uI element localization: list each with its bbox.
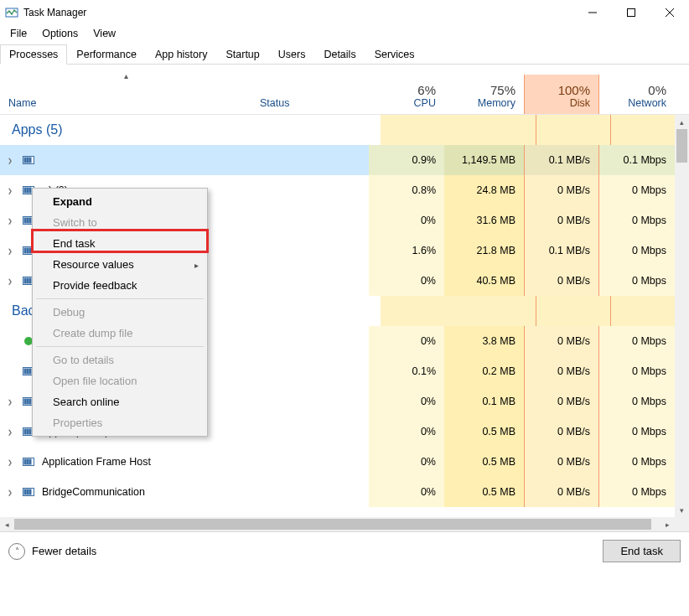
- tab-services[interactable]: Services: [365, 44, 424, 65]
- expander-icon[interactable]: ❯: [7, 458, 13, 465]
- header-cpu[interactable]: 6% CPU: [369, 75, 444, 114]
- expander-icon[interactable]: ❯: [7, 398, 13, 405]
- cell-disk: 0 MB/s: [524, 356, 599, 386]
- scroll-corner: [675, 517, 689, 531]
- header-name[interactable]: ▴ Name: [0, 75, 251, 114]
- context-menu-separator: [36, 298, 204, 299]
- cell-status: [251, 236, 369, 266]
- process-icon: [22, 455, 35, 468]
- vertical-scrollbar[interactable]: ▴ ▾: [675, 115, 689, 517]
- svg-rect-6: [24, 158, 26, 163]
- svg-rect-15: [27, 218, 28, 223]
- process-row[interactable]: ❯Application Frame Host0%0.5 MB0 MB/s0 M…: [0, 447, 689, 477]
- svg-rect-12: [29, 188, 31, 193]
- process-row[interactable]: ❯0.9%1,149.5 MB0.1 MB/s0.1 Mbps: [0, 145, 689, 175]
- menu-view[interactable]: View: [86, 26, 122, 41]
- maximize-button[interactable]: [612, 0, 650, 25]
- cell-status: [251, 356, 369, 386]
- cell-network: 0 Mbps: [599, 326, 675, 356]
- context-menu-item: Open file location: [34, 370, 205, 391]
- svg-rect-36: [27, 429, 28, 434]
- context-menu-item[interactable]: Provide feedback: [34, 275, 205, 296]
- menu-file[interactable]: File: [3, 26, 34, 41]
- cell-network: 0 Mbps: [599, 356, 675, 386]
- cell-disk: 0 MB/s: [524, 205, 599, 236]
- svg-rect-22: [24, 278, 26, 283]
- cell-status: [251, 326, 369, 356]
- expander-icon[interactable]: ❯: [7, 489, 13, 495]
- cell-network: 0 Mbps: [599, 266, 675, 296]
- context-menu-item[interactable]: Resource values▸: [34, 254, 205, 275]
- cell-cpu: 0.1%: [369, 356, 444, 386]
- cell-memory: 1,149.5 MB: [444, 145, 524, 175]
- svg-rect-8: [29, 158, 31, 163]
- cell-status: [251, 205, 369, 236]
- cell-status: [251, 145, 369, 175]
- cell-disk: 0 MB/s: [524, 477, 599, 507]
- svg-rect-45: [29, 489, 31, 494]
- process-row[interactable]: ❯BridgeCommunication0%0.5 MB0 MB/s0 Mbps: [0, 477, 689, 507]
- scroll-right-icon[interactable]: ▸: [661, 517, 675, 531]
- expander-icon[interactable]: ❯: [7, 247, 13, 254]
- header-memory-pct: 75%: [453, 83, 515, 97]
- header-status[interactable]: Status: [251, 75, 369, 114]
- horizontal-scrollbar[interactable]: ◂ ▸: [0, 517, 689, 531]
- svg-rect-27: [24, 369, 26, 374]
- header-status-label: Status: [260, 97, 360, 109]
- app-icon: [5, 6, 18, 19]
- cell-network: 0 Mbps: [599, 447, 675, 477]
- svg-rect-39: [24, 459, 26, 464]
- context-menu-item: Create dump file: [34, 323, 205, 344]
- fewer-details-button[interactable]: ˄ Fewer details: [8, 543, 96, 560]
- expander-icon[interactable]: ❯: [7, 217, 13, 224]
- cell-cpu: 1.6%: [369, 236, 444, 266]
- sort-up-icon: ▴: [124, 71, 128, 80]
- svg-rect-35: [24, 429, 26, 434]
- header-name-label: Name: [8, 97, 243, 109]
- context-menu-item[interactable]: Expand: [34, 191, 205, 212]
- expander-icon[interactable]: ❯: [7, 428, 13, 435]
- header-network[interactable]: 0% Network: [599, 75, 675, 114]
- cell-memory: 31.6 MB: [444, 205, 524, 236]
- close-button[interactable]: [650, 0, 689, 25]
- header-memory[interactable]: 75% Memory: [444, 75, 524, 114]
- cell-memory: 3.8 MB: [444, 326, 524, 356]
- scroll-left-icon[interactable]: ◂: [0, 517, 14, 531]
- vertical-scroll-thumb[interactable]: [676, 129, 687, 163]
- tab-users[interactable]: Users: [269, 44, 315, 65]
- svg-rect-7: [27, 158, 28, 163]
- svg-rect-23: [27, 278, 28, 283]
- minimize-button[interactable]: [573, 0, 612, 25]
- horizontal-scroll-thumb[interactable]: [14, 519, 651, 530]
- svg-rect-31: [24, 399, 26, 404]
- svg-rect-37: [29, 429, 31, 434]
- cell-cpu: 0%: [369, 477, 444, 507]
- tab-processes[interactable]: Processes: [0, 44, 67, 65]
- cell-disk: 0 MB/s: [524, 447, 599, 477]
- end-task-button[interactable]: End task: [603, 540, 681, 562]
- tab-startup[interactable]: Startup: [216, 44, 268, 65]
- process-name: Application Frame Host: [42, 456, 151, 468]
- cell-cpu: 0.8%: [369, 175, 444, 205]
- context-menu-item[interactable]: Search online: [34, 391, 205, 412]
- tab-apphistory[interactable]: App history: [146, 44, 217, 65]
- svg-rect-44: [27, 489, 28, 494]
- expander-icon[interactable]: ❯: [7, 187, 13, 194]
- tab-details[interactable]: Details: [314, 44, 365, 65]
- title-bar: Task Manager: [0, 0, 689, 25]
- cell-memory: 24.8 MB: [444, 175, 524, 205]
- group-header: Apps (5): [0, 115, 689, 145]
- context-menu-item: Properties: [34, 412, 205, 433]
- cell-memory: 0.5 MB: [444, 477, 524, 507]
- expander-icon[interactable]: ❯: [7, 157, 13, 163]
- scroll-down-icon[interactable]: ▾: [675, 503, 689, 517]
- context-menu: ExpandSwitch toEnd taskResource values▸P…: [32, 188, 208, 437]
- header-network-label: Network: [608, 97, 666, 109]
- tab-performance[interactable]: Performance: [67, 44, 146, 65]
- expander-icon[interactable]: ❯: [7, 277, 13, 284]
- scroll-up-icon[interactable]: ▴: [675, 115, 689, 129]
- header-disk[interactable]: 100% Disk: [524, 75, 599, 114]
- context-menu-item[interactable]: End task: [34, 233, 205, 254]
- cell-status: [251, 386, 369, 417]
- menu-options[interactable]: Options: [35, 26, 85, 41]
